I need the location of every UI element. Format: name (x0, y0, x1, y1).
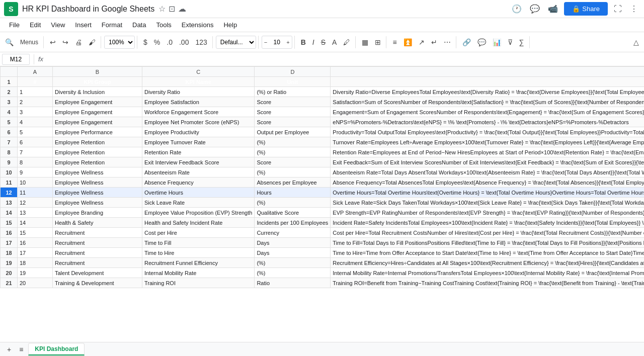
cell-num[interactable]: 5 (18, 127, 53, 137)
text-rotate-btn[interactable]: ↗ (416, 36, 428, 48)
cell-kpi-group[interactable]: Employee Retention (53, 137, 142, 147)
cell-kpi-name[interactable]: Time to Fill (142, 238, 255, 248)
menu-extensions[interactable]: Extensions (177, 20, 219, 30)
more-icon[interactable]: ⋮ (628, 2, 640, 16)
cell-kpi-group[interactable]: Employee Wellness (53, 198, 142, 208)
cell-unit[interactable]: Score (255, 117, 331, 127)
wrap-btn[interactable]: ↵ (428, 36, 440, 48)
menu-tools[interactable]: Tools (151, 20, 176, 30)
row-header[interactable]: 6 (1, 127, 18, 137)
cell-unit[interactable]: (%) (255, 147, 331, 157)
cell-kpi-name[interactable]: Employee Turnover Rate (142, 137, 255, 147)
cell-kpi-group[interactable]: Employee Engagement (53, 107, 142, 117)
menus-btn[interactable]: Menus (17, 37, 41, 48)
cell-kpi-name[interactable]: Recruitment Funnel Efficiency (142, 258, 255, 268)
cell-formula[interactable]: Satisfaction=Sum of ScoresNumber of Resp… (331, 97, 644, 107)
cell-kpi-group[interactable]: Employee Branding (53, 208, 142, 218)
chart-btn[interactable]: 📊 (490, 36, 504, 48)
row-header[interactable]: 10 (1, 167, 18, 177)
cell-unit[interactable]: Absences per Employee (255, 177, 331, 188)
cell-kpi-name[interactable]: Training ROI (142, 278, 255, 288)
expand-icon[interactable]: ⛶ (612, 3, 624, 16)
cell-kpi-group[interactable]: Employee Wellness (53, 188, 142, 198)
cell-formula[interactable]: Retention Rate=Employees at End of Perio… (331, 147, 644, 157)
cell-reference-input[interactable]: M12 (2, 54, 30, 65)
cell-kpi-name[interactable]: Employee Productivity (142, 127, 255, 137)
cell-kpi-group[interactable]: Recruitment (53, 248, 142, 258)
cell-kpi-name[interactable]: Workforce Engagement Score (142, 107, 255, 117)
cell-formula[interactable]: Cost per Hire=Total Recruitment CostsNum… (331, 228, 644, 238)
menu-edit[interactable]: Edit (25, 20, 46, 30)
cell-kpi-group[interactable]: Training & Development (53, 278, 142, 288)
cell-unit[interactable]: (%) (255, 268, 331, 278)
col-header-a[interactable]: A (18, 67, 53, 77)
cell-kpi-group[interactable]: Health & Safety (53, 218, 142, 228)
cell-formula[interactable]: Absence Frequency=Total AbsencesTotal Em… (331, 177, 644, 188)
cell-num[interactable]: 1 (18, 87, 53, 97)
cell-unit[interactable]: Currency (255, 228, 331, 238)
cell-formula[interactable]: Sick Leave Rate=Sick Days TakenTotal Wor… (331, 198, 644, 208)
cell-kpi-group[interactable]: Employee Performance (53, 127, 142, 137)
video-icon[interactable]: 📹 (546, 2, 560, 16)
cell-kpi-group[interactable]: Employee Retention (53, 157, 142, 167)
cell-unit[interactable]: (%) or Ratio (255, 87, 331, 97)
cell-kpi-group[interactable]: Employee Engagement (53, 97, 142, 107)
cell-num[interactable]: 2 (18, 97, 53, 107)
row-header[interactable]: 13 (1, 198, 18, 208)
cell-kpi-name[interactable]: Employee Net Promoter Score (eNPS) (142, 117, 255, 127)
cell-formula[interactable]: eNPS=%Promoters-%Detractors\text{eNPS} =… (331, 117, 644, 127)
cell-formula[interactable]: Recruitment Efficiency=Hires÷Candidates … (331, 258, 644, 268)
share-button[interactable]: 🔒 Share (564, 2, 608, 16)
cell-kpi-group[interactable]: Employee Wellness (53, 167, 142, 177)
cell-num[interactable]: 6 (18, 137, 53, 147)
cell-unit[interactable]: Score (255, 97, 331, 107)
row-header[interactable]: 5 (1, 117, 18, 127)
cell-formula[interactable]: Time to Fill=Total Days to Fill Position… (331, 238, 644, 248)
decimal-increase-icon[interactable]: .00 (176, 36, 192, 48)
cell-unit[interactable]: Qualitative Score (255, 208, 331, 218)
cell-num[interactable]: 20 (18, 278, 53, 288)
strikethrough-btn[interactable]: S (318, 36, 329, 48)
cell-unit[interactable]: Ratio (255, 278, 331, 288)
italic-btn[interactable]: I (309, 36, 317, 48)
filter-btn[interactable]: ⊽ (505, 36, 516, 48)
cell-formula[interactable]: Incident Rate=Safety IncidentsTotal Empl… (331, 218, 644, 228)
cell-kpi-name[interactable]: Employee Satisfaction (142, 97, 255, 107)
menu-format[interactable]: Format (97, 20, 127, 30)
formula-input[interactable] (47, 56, 642, 63)
cell-kpi-group[interactable]: Talent Development (53, 268, 142, 278)
history-icon[interactable]: 🕐 (510, 2, 524, 16)
col-header-b[interactable]: B (53, 67, 142, 77)
row-header[interactable]: 19 (1, 258, 18, 268)
cell-kpi-name[interactable]: Time to Hire (142, 248, 255, 258)
cell-num[interactable]: 16 (18, 238, 53, 248)
row-header[interactable]: 17 (1, 238, 18, 248)
cell-num[interactable]: 11 (18, 188, 53, 198)
cell-kpi-name[interactable]: Exit Interview Feedback Score (142, 157, 255, 167)
sheet-tab-1[interactable]: KPI Dashboard (28, 343, 85, 355)
cell-num[interactable]: 12 (18, 198, 53, 208)
print-icon[interactable]: 🖨 (72, 36, 85, 48)
link-btn[interactable]: 🔗 (459, 36, 474, 48)
cell-num[interactable]: 10 (18, 177, 53, 188)
cell-num[interactable]: 19 (18, 268, 53, 278)
cell-formula[interactable]: Engagement=Sum of Engagement ScoresNumbe… (331, 107, 644, 117)
comments-icon[interactable]: 💬 (528, 2, 542, 16)
row-header[interactable]: 18 (1, 248, 18, 258)
menu-data[interactable]: Data (127, 20, 151, 30)
cell-unit[interactable]: (%) (255, 137, 331, 147)
cell-kpi-name[interactable]: Employee Value Proposition (EVP) Strengt… (142, 208, 255, 218)
cell-formula[interactable]: Productivity=Total OutputTotal Employees… (331, 127, 644, 137)
cell-formula[interactable]: Time to Hire=Time from Offer Acceptance … (331, 248, 644, 258)
cell-kpi-name[interactable]: Internal Mobility Rate (142, 268, 255, 278)
cell-unit[interactable]: (%) (255, 167, 331, 177)
cell-num[interactable]: 4 (18, 117, 53, 127)
merge-cells-btn[interactable]: ⊞ (372, 36, 384, 48)
search-icon[interactable]: 🔍 (2, 36, 17, 48)
row-header[interactable]: 14 (1, 208, 18, 218)
hide-toolbar-btn[interactable]: △ (630, 36, 642, 48)
row-header[interactable]: 15 (1, 218, 18, 228)
cell-unit[interactable]: Days (255, 238, 331, 248)
zoom-select[interactable]: 100% (104, 36, 135, 49)
row-header-1[interactable]: 1 (1, 77, 18, 87)
